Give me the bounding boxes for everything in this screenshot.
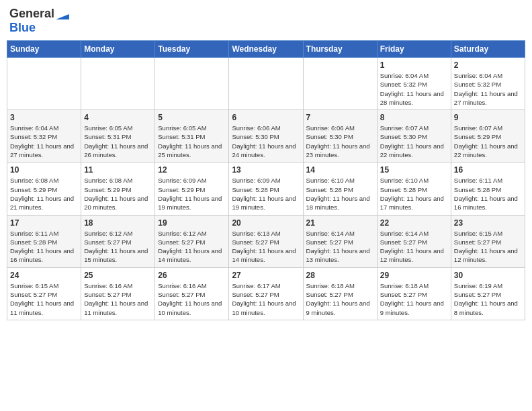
day-info: Sunrise: 6:12 AM Sunset: 5:27 PM Dayligh… (84, 229, 152, 265)
calendar-cell: 19Sunrise: 6:12 AM Sunset: 5:27 PM Dayli… (155, 215, 229, 267)
day-number: 21 (306, 218, 374, 228)
day-number: 28 (306, 271, 374, 280)
calendar-cell: 27Sunrise: 6:17 AM Sunset: 5:27 PM Dayli… (229, 267, 303, 320)
day-number: 24 (10, 271, 78, 280)
calendar-cell: 22Sunrise: 6:14 AM Sunset: 5:27 PM Dayli… (377, 215, 451, 267)
calendar-table: SundayMondayTuesdayWednesdayThursdayFrid… (7, 40, 525, 320)
calendar-cell: 18Sunrise: 6:12 AM Sunset: 5:27 PM Dayli… (81, 215, 155, 267)
day-number: 8 (380, 113, 448, 122)
day-number: 12 (158, 165, 226, 175)
day-number: 7 (306, 113, 374, 122)
day-number: 18 (84, 218, 152, 228)
weekday-header: Tuesday (155, 41, 229, 58)
day-number: 29 (380, 271, 448, 280)
calendar-cell: 7Sunrise: 6:06 AM Sunset: 5:30 PM Daylig… (303, 110, 377, 163)
calendar-week-row: 17Sunrise: 6:11 AM Sunset: 5:28 PM Dayli… (7, 215, 525, 267)
day-number: 4 (84, 113, 152, 122)
calendar-cell: 3Sunrise: 6:04 AM Sunset: 5:32 PM Daylig… (7, 110, 81, 163)
calendar-header-row: SundayMondayTuesdayWednesdayThursdayFrid… (7, 41, 525, 58)
day-number: 19 (158, 218, 226, 228)
day-info: Sunrise: 6:12 AM Sunset: 5:27 PM Dayligh… (158, 229, 226, 265)
weekday-header: Monday (81, 41, 155, 58)
day-number: 2 (454, 60, 522, 70)
day-number: 11 (84, 165, 152, 175)
calendar-cell: 9Sunrise: 6:07 AM Sunset: 5:29 PM Daylig… (451, 110, 525, 163)
day-info: Sunrise: 6:19 AM Sunset: 5:27 PM Dayligh… (454, 281, 522, 317)
day-number: 6 (232, 113, 300, 122)
calendar-cell (303, 58, 377, 110)
calendar-cell: 11Sunrise: 6:08 AM Sunset: 5:29 PM Dayli… (81, 163, 155, 215)
day-info: Sunrise: 6:06 AM Sunset: 5:30 PM Dayligh… (306, 124, 374, 159)
day-info: Sunrise: 6:10 AM Sunset: 5:28 PM Dayligh… (380, 176, 448, 212)
calendar-cell: 1Sunrise: 6:04 AM Sunset: 5:32 PM Daylig… (377, 58, 451, 110)
day-info: Sunrise: 6:11 AM Sunset: 5:28 PM Dayligh… (10, 229, 78, 265)
weekday-header: Wednesday (229, 41, 303, 58)
day-number: 30 (454, 271, 522, 280)
day-number: 9 (454, 113, 522, 122)
calendar-cell: 14Sunrise: 6:10 AM Sunset: 5:28 PM Dayli… (303, 163, 377, 215)
day-info: Sunrise: 6:14 AM Sunset: 5:27 PM Dayligh… (306, 229, 374, 265)
weekday-header: Friday (377, 41, 451, 58)
svg-marker-0 (56, 14, 69, 19)
day-number: 23 (454, 218, 522, 228)
day-info: Sunrise: 6:07 AM Sunset: 5:30 PM Dayligh… (380, 124, 448, 159)
day-info: Sunrise: 6:08 AM Sunset: 5:29 PM Dayligh… (84, 176, 152, 212)
day-info: Sunrise: 6:10 AM Sunset: 5:28 PM Dayligh… (306, 176, 374, 212)
day-info: Sunrise: 6:06 AM Sunset: 5:30 PM Dayligh… (232, 124, 300, 159)
calendar-cell: 2Sunrise: 6:04 AM Sunset: 5:32 PM Daylig… (451, 58, 525, 110)
day-info: Sunrise: 6:14 AM Sunset: 5:27 PM Dayligh… (380, 229, 448, 265)
day-info: Sunrise: 6:15 AM Sunset: 5:27 PM Dayligh… (454, 229, 522, 265)
calendar-week-row: 24Sunrise: 6:15 AM Sunset: 5:27 PM Dayli… (7, 267, 525, 320)
day-info: Sunrise: 6:09 AM Sunset: 5:29 PM Dayligh… (158, 176, 226, 212)
calendar-cell: 4Sunrise: 6:05 AM Sunset: 5:31 PM Daylig… (81, 110, 155, 163)
calendar-cell: 21Sunrise: 6:14 AM Sunset: 5:27 PM Dayli… (303, 215, 377, 267)
weekday-header: Saturday (451, 41, 525, 58)
calendar-cell: 10Sunrise: 6:08 AM Sunset: 5:29 PM Dayli… (7, 163, 81, 215)
day-number: 3 (10, 113, 78, 122)
day-info: Sunrise: 6:15 AM Sunset: 5:27 PM Dayligh… (10, 281, 78, 317)
logo: General Blue (9, 7, 71, 35)
day-info: Sunrise: 6:07 AM Sunset: 5:29 PM Dayligh… (454, 124, 522, 159)
calendar-cell (229, 58, 303, 110)
day-number: 20 (232, 218, 300, 228)
day-info: Sunrise: 6:04 AM Sunset: 5:32 PM Dayligh… (10, 124, 78, 159)
calendar-cell: 23Sunrise: 6:15 AM Sunset: 5:27 PM Dayli… (451, 215, 525, 267)
day-info: Sunrise: 6:08 AM Sunset: 5:29 PM Dayligh… (10, 176, 78, 212)
calendar-cell: 25Sunrise: 6:16 AM Sunset: 5:27 PM Dayli… (81, 267, 155, 320)
day-number: 26 (158, 271, 226, 280)
day-info: Sunrise: 6:18 AM Sunset: 5:27 PM Dayligh… (380, 281, 448, 317)
day-info: Sunrise: 6:13 AM Sunset: 5:27 PM Dayligh… (232, 229, 300, 265)
calendar-cell: 26Sunrise: 6:16 AM Sunset: 5:27 PM Dayli… (155, 267, 229, 320)
weekday-header: Thursday (303, 41, 377, 58)
day-number: 5 (158, 113, 226, 122)
calendar-cell (155, 58, 229, 110)
day-info: Sunrise: 6:05 AM Sunset: 5:31 PM Dayligh… (158, 124, 226, 159)
day-number: 17 (10, 218, 78, 228)
calendar-cell (7, 58, 81, 110)
day-info: Sunrise: 6:04 AM Sunset: 5:32 PM Dayligh… (380, 71, 448, 107)
day-number: 25 (84, 271, 152, 280)
calendar-cell: 15Sunrise: 6:10 AM Sunset: 5:28 PM Dayli… (377, 163, 451, 215)
day-info: Sunrise: 6:16 AM Sunset: 5:27 PM Dayligh… (158, 281, 226, 317)
day-info: Sunrise: 6:11 AM Sunset: 5:28 PM Dayligh… (454, 176, 522, 212)
day-number: 22 (380, 218, 448, 228)
calendar-cell: 5Sunrise: 6:05 AM Sunset: 5:31 PM Daylig… (155, 110, 229, 163)
logo-blue: Blue (9, 21, 36, 34)
logo-blue-line: Blue (9, 21, 36, 35)
calendar-cell: 16Sunrise: 6:11 AM Sunset: 5:28 PM Dayli… (451, 163, 525, 215)
calendar-week-row: 10Sunrise: 6:08 AM Sunset: 5:29 PM Dayli… (7, 163, 525, 215)
day-number: 1 (380, 60, 448, 70)
day-info: Sunrise: 6:17 AM Sunset: 5:27 PM Dayligh… (232, 281, 300, 317)
calendar-cell: 13Sunrise: 6:09 AM Sunset: 5:28 PM Dayli… (229, 163, 303, 215)
calendar-cell: 8Sunrise: 6:07 AM Sunset: 5:30 PM Daylig… (377, 110, 451, 163)
calendar-week-row: 3Sunrise: 6:04 AM Sunset: 5:32 PM Daylig… (7, 110, 525, 163)
day-number: 10 (10, 165, 78, 175)
day-info: Sunrise: 6:18 AM Sunset: 5:27 PM Dayligh… (306, 281, 374, 317)
day-number: 15 (380, 165, 448, 175)
calendar-cell: 12Sunrise: 6:09 AM Sunset: 5:29 PM Dayli… (155, 163, 229, 215)
calendar-cell: 24Sunrise: 6:15 AM Sunset: 5:27 PM Dayli… (7, 267, 81, 320)
day-info: Sunrise: 6:04 AM Sunset: 5:32 PM Dayligh… (454, 71, 522, 107)
calendar-cell: 28Sunrise: 6:18 AM Sunset: 5:27 PM Dayli… (303, 267, 377, 320)
calendar-cell: 30Sunrise: 6:19 AM Sunset: 5:27 PM Dayli… (451, 267, 525, 320)
day-info: Sunrise: 6:09 AM Sunset: 5:28 PM Dayligh… (232, 176, 300, 212)
